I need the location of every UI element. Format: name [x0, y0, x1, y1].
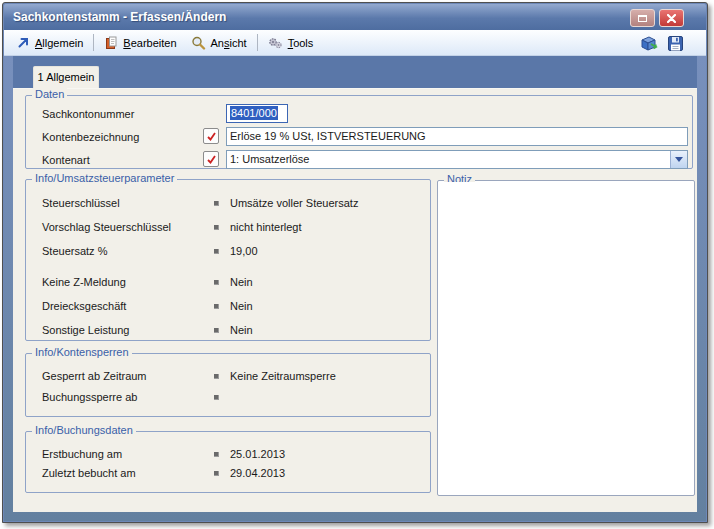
row-label: Vorschlag Steuerschlüssel	[42, 221, 171, 233]
close-icon	[667, 14, 676, 23]
group-daten: Daten Sachkontonummer 8401/000 Kontenbez…	[25, 95, 693, 169]
row-value: Keine Zeitraumsperre	[230, 370, 336, 382]
sachkontonummer-input[interactable]: 8401/000	[226, 104, 288, 123]
info-row: Keine Z-Meldung Nein	[26, 271, 430, 295]
row-label: Zuletzt bebucht am	[42, 467, 136, 479]
kontenbezeichnung-confirm-button[interactable]	[203, 128, 219, 144]
row-label: Dreiecksgeschäft	[42, 300, 126, 312]
maximize-button[interactable]	[630, 9, 655, 27]
maximize-icon	[638, 15, 647, 22]
info-row: Gesperrt ab Zeitraum Keine Zeitraumsperr…	[26, 365, 430, 386]
field-row-sachkontonummer: Sachkontonummer 8401/000	[26, 104, 692, 125]
bullet-icon	[214, 374, 219, 379]
kontenart-label: Kontenart	[42, 154, 90, 166]
row-label: Steuersatz %	[42, 245, 107, 257]
info-row: Buchungssperre ab	[26, 386, 430, 407]
row-label: Keine Z-Meldung	[42, 276, 126, 288]
arrow-up-right-icon	[17, 36, 30, 49]
menubar: Allgemein Bearbeiten Ansicht	[4, 30, 706, 56]
group-kontensperren: Info/Kontensperren Gesperrt ab Zeitraum …	[25, 353, 431, 417]
field-row-kontenart: Kontenart 1: Umsatzerlöse	[26, 150, 692, 171]
row-value: 25.01.2013	[230, 448, 285, 460]
sachkontonummer-label: Sachkontonummer	[42, 108, 134, 120]
info-row: Dreiecksgeschäft Nein	[26, 295, 430, 319]
row-value: Nein	[230, 324, 253, 336]
menu-item-tools[interactable]: Tools	[261, 33, 321, 53]
bullet-icon	[214, 201, 219, 206]
chevron-down-icon	[675, 157, 683, 162]
group-buchungsdaten: Info/Buchungsdaten Erstbuchung am 25.01.…	[25, 431, 431, 493]
menu-item-label: Tools	[288, 37, 314, 49]
bullet-icon	[214, 471, 219, 476]
kontenart-dropdown[interactable]: 1: Umsatzerlöse	[226, 150, 688, 169]
tab-strip: 1 Allgemein	[13, 56, 697, 88]
save-floppy-icon[interactable]	[667, 35, 684, 52]
notiz-textarea[interactable]	[439, 182, 693, 494]
edit-document-icon	[104, 36, 118, 50]
tab-allgemein[interactable]: 1 Allgemein	[33, 66, 99, 88]
group-daten-legend: Daten	[32, 88, 67, 100]
bullet-icon	[214, 395, 219, 400]
window-title: Sachkontenstamm - Erfassen/Ändern	[13, 4, 226, 30]
group-umsatzsteuerparameter: Info/Umsatzsteuerparameter Steuerschlüss…	[25, 179, 431, 341]
kontenart-value: 1: Umsatzerlöse	[230, 153, 309, 165]
magnifier-icon	[191, 36, 206, 50]
row-value: Nein	[230, 276, 253, 288]
bullet-icon	[214, 452, 219, 457]
kontenbezeichnung-input[interactable]: Erlöse 19 % USt, ISTVERSTEUERUNG	[226, 127, 688, 146]
bullet-icon	[214, 328, 219, 333]
row-label: Steuerschlüssel	[42, 197, 120, 209]
menu-item-ansicht[interactable]: Ansicht	[184, 33, 254, 53]
close-button[interactable]	[659, 9, 684, 27]
row-value: nicht hinterlegt	[230, 221, 302, 233]
group-buchungsdaten-legend: Info/Buchungsdaten	[32, 424, 136, 436]
kontenart-confirm-button[interactable]	[203, 151, 219, 167]
row-label: Gesperrt ab Zeitraum	[42, 370, 147, 382]
bullet-icon	[214, 249, 219, 254]
red-check-icon	[206, 154, 217, 165]
red-check-icon	[206, 131, 217, 142]
info-row: Sonstige Leistung Nein	[26, 319, 430, 343]
menu-item-label: Ansicht	[211, 37, 247, 49]
titlebar: Sachkontenstamm - Erfassen/Ändern	[4, 4, 706, 30]
row-spacer	[26, 264, 430, 271]
row-label: Sonstige Leistung	[42, 324, 129, 336]
kontenart-dropdown-button[interactable]	[670, 151, 687, 168]
bullet-icon	[214, 304, 219, 309]
info-row: Steuerschlüssel Umsätze voller Steuersat…	[26, 192, 430, 216]
bullet-icon	[214, 280, 219, 285]
field-row-kontenbezeichnung: Kontenbezeichnung Erlöse 19 % USt, ISTVE…	[26, 127, 692, 148]
kontenbezeichnung-value: Erlöse 19 % USt, ISTVERSTEUERUNG	[230, 130, 426, 142]
row-value: 19,00	[230, 245, 258, 257]
window-frame: 1 Allgemein Daten Sachkontonummer 8401/0…	[4, 56, 706, 521]
menu-item-label: Bearbeiten	[123, 37, 176, 49]
row-label: Buchungssperre ab	[42, 391, 137, 403]
toolbar-right-icons	[639, 34, 684, 52]
info-row: Erstbuchung am 25.01.2013	[26, 443, 430, 462]
bullet-icon	[214, 225, 219, 230]
sachkontonummer-value: 8401/000	[230, 106, 278, 120]
toolbar-separator	[93, 34, 94, 51]
info-row: Vorschlag Steuerschlüssel nicht hinterle…	[26, 216, 430, 240]
row-value: 29.04.2013	[230, 467, 285, 479]
info-row: Steuersatz % 19,00	[26, 240, 430, 264]
menu-item-bearbeiten[interactable]: Bearbeiten	[97, 33, 183, 53]
app-window: Sachkontenstamm - Erfassen/Ändern Allgem…	[2, 2, 708, 523]
row-value: Nein	[230, 300, 253, 312]
group-umsatzsteuerparameter-legend: Info/Umsatzsteuerparameter	[32, 172, 177, 184]
info-row: Zuletzt bebucht am 29.04.2013	[26, 462, 430, 481]
gears-icon	[268, 36, 283, 50]
toolbar-separator	[257, 34, 258, 51]
export-package-icon[interactable]	[639, 34, 658, 52]
content-panel: Daten Sachkontonummer 8401/000 Kontenbez…	[13, 88, 697, 512]
row-label: Erstbuchung am	[42, 448, 122, 460]
group-notiz: Notiz	[437, 180, 695, 496]
row-value: Umsätze voller Steuersatz	[230, 197, 358, 209]
menu-item-label: Allgemein	[35, 37, 83, 49]
menu-item-allgemein[interactable]: Allgemein	[10, 33, 90, 52]
kontenbezeichnung-label: Kontenbezeichnung	[42, 131, 139, 143]
group-kontensperren-legend: Info/Kontensperren	[32, 346, 132, 358]
